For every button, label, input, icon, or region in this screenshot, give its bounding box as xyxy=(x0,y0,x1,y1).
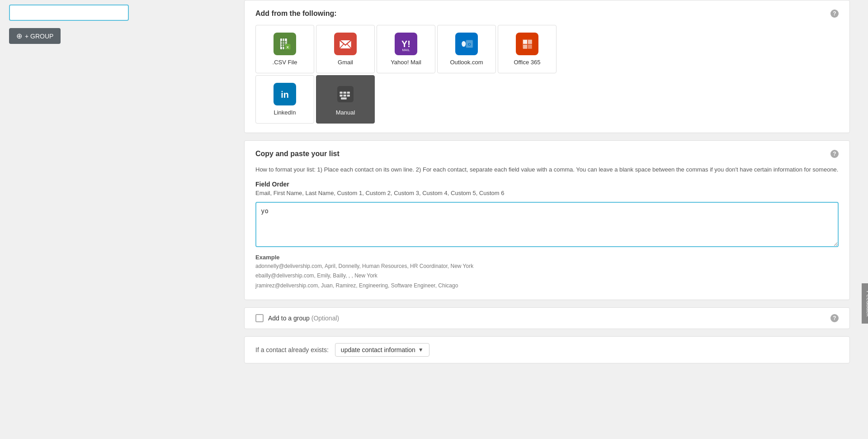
svg-rect-35 xyxy=(347,92,350,94)
if-contact-label: If a contact already exists: xyxy=(255,346,329,353)
search-input[interactable] xyxy=(9,5,129,21)
add-from-section: Add from the following: ? xyxy=(244,0,850,133)
svg-rect-36 xyxy=(340,95,342,97)
import-sources-row2: in LinkedIn xyxy=(255,75,839,124)
outlook-icon: o xyxy=(455,33,478,55)
svg-text:MAIL: MAIL xyxy=(402,48,410,52)
gmail-icon xyxy=(334,33,357,55)
copy-paste-title: Copy and paste your list xyxy=(255,150,340,158)
example-line-3: jramirez@delivership.com, Juan, Ramirez,… xyxy=(255,281,839,291)
svg-rect-37 xyxy=(344,95,346,97)
gmail-label: Gmail xyxy=(338,59,353,66)
svg-rect-39 xyxy=(341,97,347,100)
if-contact-section: If a contact already exists: update cont… xyxy=(244,336,850,363)
svg-rect-27 xyxy=(528,40,532,44)
field-order-label: Field Order xyxy=(255,181,839,188)
linkedin-icon: in xyxy=(274,83,296,105)
outlook-label: Outlook.com xyxy=(450,59,483,66)
svg-text:in: in xyxy=(281,90,289,100)
svg-text:o: o xyxy=(468,41,471,47)
source-outlook[interactable]: o Outlook.com xyxy=(437,25,496,73)
dropdown-value: update contact information xyxy=(341,346,415,353)
dropdown-arrow-icon: ▼ xyxy=(418,347,424,353)
add-from-help-icon[interactable]: ? xyxy=(830,10,839,18)
source-manual[interactable]: Manual xyxy=(316,75,375,124)
example-line-1: adonnelly@delivership.com, April, Donnel… xyxy=(255,262,839,272)
svg-rect-32 xyxy=(337,86,354,102)
manual-label: Manual xyxy=(336,109,355,116)
manual-icon xyxy=(334,83,357,105)
copy-paste-help-icon[interactable]: ? xyxy=(830,150,839,158)
add-group-optional: (Optional) xyxy=(311,315,339,322)
example-section: Example adonnelly@delivership.com, April… xyxy=(255,254,839,291)
source-yahoo[interactable]: Y! MAIL Yahoo! Mail xyxy=(377,25,435,73)
linkedin-label: LinkedIn xyxy=(274,109,296,116)
svg-rect-28 xyxy=(523,45,527,49)
add-from-title: Add from the following: xyxy=(255,10,337,18)
add-group-section: Add to a group (Optional) ? xyxy=(244,307,850,329)
add-group-help-icon[interactable]: ? xyxy=(830,314,839,322)
svg-text:X: X xyxy=(287,45,289,49)
feedback-tab[interactable]: Feedback xyxy=(862,283,868,324)
add-from-header: Add from the following: ? xyxy=(255,10,839,18)
office365-icon xyxy=(516,33,538,55)
svg-rect-29 xyxy=(528,45,532,49)
svg-rect-26 xyxy=(523,40,527,44)
add-group-button[interactable]: ⊕ + GROUP xyxy=(9,28,61,44)
example-line-2: ebailly@delivership.com, Emily, Bailly, … xyxy=(255,271,839,281)
svg-text:Y!: Y! xyxy=(401,39,410,49)
plus-circle-icon: ⊕ xyxy=(16,32,22,40)
source-office365[interactable]: Office 365 xyxy=(498,25,557,73)
field-order-value: Email, First Name, Last Name, Custom 1, … xyxy=(255,190,839,196)
add-group-checkbox[interactable] xyxy=(255,314,264,322)
svg-rect-34 xyxy=(344,92,346,94)
example-lines: adonnelly@delivership.com, April, Donnel… xyxy=(255,262,839,291)
csv-icon: X xyxy=(274,33,296,55)
example-label: Example xyxy=(255,254,839,261)
yahoo-icon: Y! MAIL xyxy=(395,33,417,55)
svg-rect-33 xyxy=(340,92,342,94)
import-sources-row1: X .CSV File xyxy=(255,25,839,73)
csv-label: .CSV File xyxy=(273,59,297,66)
svg-rect-38 xyxy=(347,95,350,97)
source-gmail[interactable]: Gmail xyxy=(316,25,375,73)
yahoo-label: Yahoo! Mail xyxy=(391,59,421,66)
paste-textarea[interactable]: yo xyxy=(255,202,839,247)
add-group-label: Add to a group (Optional) xyxy=(268,315,339,322)
office365-label: Office 365 xyxy=(514,59,540,66)
contact-exists-dropdown[interactable]: update contact information ▼ xyxy=(335,343,429,357)
source-csv[interactable]: X .CSV File xyxy=(255,25,314,73)
group-button-label: + GROUP xyxy=(25,33,53,40)
copy-paste-description: How to format your list: 1) Place each c… xyxy=(255,165,839,174)
copy-paste-section: Copy and paste your list ? How to format… xyxy=(244,140,850,300)
source-linkedin[interactable]: in LinkedIn xyxy=(255,75,314,124)
svg-point-20 xyxy=(462,41,466,47)
copy-paste-header: Copy and paste your list ? xyxy=(255,150,839,158)
